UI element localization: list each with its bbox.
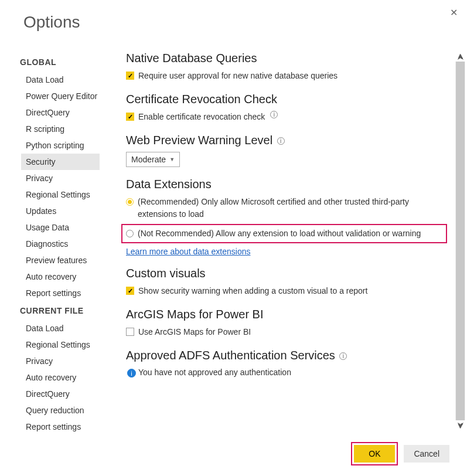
ok-button[interactable]: OK bbox=[354, 445, 395, 463]
sidebar-item-r-scripting[interactable]: R scripting bbox=[21, 121, 114, 137]
highlight-box: (Not Recommended) Allow any extension to… bbox=[121, 224, 447, 243]
sidebar-item-directquery[interactable]: DirectQuery bbox=[21, 386, 114, 402]
scroll-up-icon[interactable]: ⮝ bbox=[455, 52, 465, 62]
cert-revoke-checkbox[interactable]: ✓ bbox=[126, 113, 134, 121]
checkbox-label: Use ArcGIS Maps for Power BI bbox=[138, 326, 251, 338]
arcgis-checkbox[interactable] bbox=[126, 328, 134, 336]
dialog-title: Options bbox=[0, 0, 467, 32]
sidebar-item-report-settings[interactable]: Report settings bbox=[21, 285, 114, 301]
section-data-extensions: Data Extensions (Recommended) Only allow… bbox=[126, 178, 442, 256]
scroll-down-icon[interactable]: ⮟ bbox=[455, 420, 465, 430]
info-icon[interactable]: i bbox=[277, 137, 285, 145]
section-title: Native Database Queries bbox=[126, 52, 442, 65]
section-arcgis: ArcGIS Maps for Power BI Use ArcGIS Maps… bbox=[126, 308, 442, 338]
section-title: Web Preview Warning Level i bbox=[126, 134, 442, 147]
section-adfs: Approved ADFS Authentication Services i … bbox=[126, 349, 442, 378]
adfs-status: You have not approved any authentication bbox=[138, 368, 291, 377]
sidebar-item-directquery[interactable]: DirectQuery bbox=[21, 104, 114, 121]
close-icon[interactable]: ✕ bbox=[448, 5, 460, 21]
section-title: Approved ADFS Authentication Services i bbox=[126, 349, 442, 362]
info-icon: i bbox=[127, 369, 136, 378]
sidebar-item-regional-settings[interactable]: Regional Settings bbox=[21, 186, 114, 203]
section-title: Data Extensions bbox=[126, 178, 442, 191]
sidebar-item-privacy[interactable]: Privacy bbox=[21, 353, 114, 369]
scroll-thumb[interactable] bbox=[456, 62, 465, 420]
checkbox-label: Enable certificate revocation check bbox=[138, 111, 265, 123]
sidebar-item-report-settings[interactable]: Report settings bbox=[21, 419, 114, 435]
sidebar-item-auto-recovery[interactable]: Auto recovery bbox=[21, 268, 114, 285]
sidebar-item-usage-data[interactable]: Usage Data bbox=[21, 219, 114, 236]
sidebar-item-regional-settings[interactable]: Regional Settings bbox=[21, 336, 114, 353]
sidebar-item-python-scripting[interactable]: Python scripting bbox=[21, 137, 114, 154]
learn-more-link[interactable]: Learn more about data extensions bbox=[126, 247, 250, 256]
native-db-checkbox[interactable]: ✓ bbox=[126, 72, 134, 80]
scroll-track[interactable] bbox=[455, 62, 465, 420]
sidebar-item-auto-recovery[interactable]: Auto recovery bbox=[21, 369, 114, 386]
sidebar-item-security[interactable]: Security bbox=[21, 154, 100, 170]
radio-label: (Recommended) Only allow Microsoft certi… bbox=[138, 196, 442, 220]
custom-visuals-checkbox[interactable]: ✓ bbox=[126, 287, 134, 295]
cancel-button[interactable]: Cancel bbox=[404, 445, 449, 463]
sidebar-item-preview-features[interactable]: Preview features bbox=[21, 252, 114, 268]
section-web-preview: Web Preview Warning Level i Moderate ▼ bbox=[126, 134, 442, 167]
section-title: ArcGIS Maps for Power BI bbox=[126, 308, 442, 321]
radio-label: (Not Recommended) Allow any extension to… bbox=[138, 227, 421, 240]
sidebar: GLOBALData LoadPower Query EditorDirectQ… bbox=[0, 47, 114, 435]
section-native-db: Native Database Queries ✓ Require user a… bbox=[126, 52, 442, 82]
sidebar-item-diagnostics[interactable]: Diagnostics bbox=[21, 236, 114, 252]
chevron-down-icon: ▼ bbox=[169, 157, 175, 162]
checkbox-label: Show security warning when adding a cust… bbox=[138, 285, 367, 297]
data-ext-radio-not-recommended[interactable] bbox=[126, 230, 134, 237]
section-title: Certificate Revocation Check bbox=[126, 93, 442, 106]
sidebar-item-query-reduction[interactable]: Query reduction bbox=[21, 402, 114, 419]
sidebar-item-data-load[interactable]: Data Load bbox=[21, 72, 114, 88]
sidebar-item-power-query-editor[interactable]: Power Query Editor bbox=[21, 88, 114, 104]
info-icon[interactable]: i bbox=[339, 352, 347, 360]
content-pane: Native Database Queries ✓ Require user a… bbox=[114, 47, 454, 435]
checkbox-label: Require user approval for new native dat… bbox=[138, 70, 338, 82]
web-preview-dropdown[interactable]: Moderate ▼ bbox=[126, 152, 180, 167]
sidebar-item-updates[interactable]: Updates bbox=[21, 203, 114, 219]
info-icon[interactable]: i bbox=[270, 111, 278, 118]
sidebar-group-header: GLOBAL bbox=[20, 53, 114, 72]
sidebar-group-header: CURRENT FILE bbox=[20, 301, 114, 320]
sidebar-item-data-load[interactable]: Data Load bbox=[21, 320, 114, 336]
section-cert-revoke: Certificate Revocation Check ✓ Enable ce… bbox=[126, 93, 442, 123]
section-title: Custom visuals bbox=[126, 267, 442, 280]
scrollbar[interactable]: ⮝ ⮟ bbox=[455, 52, 465, 430]
section-custom-visuals: Custom visuals ✓ Show security warning w… bbox=[126, 267, 442, 297]
sidebar-item-privacy[interactable]: Privacy bbox=[21, 170, 114, 186]
data-ext-radio-recommended[interactable] bbox=[126, 198, 134, 206]
ok-highlight: OK bbox=[351, 442, 398, 465]
